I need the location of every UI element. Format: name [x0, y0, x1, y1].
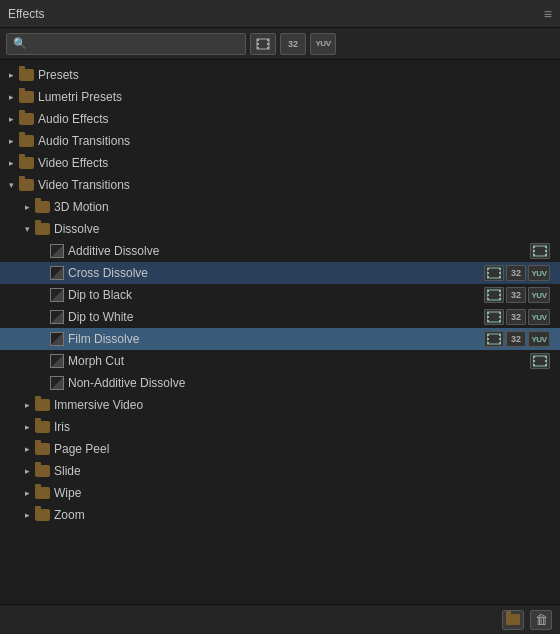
- svg-rect-58: [545, 356, 547, 358]
- tree-item-audio-transitions[interactable]: ▸Audio Transitions: [0, 130, 560, 152]
- new-folder-icon: [506, 614, 520, 625]
- transition-icon: [50, 376, 64, 390]
- svg-rect-39: [487, 320, 489, 322]
- tree-item-wipe[interactable]: ▸Wipe: [0, 482, 560, 504]
- svg-rect-38: [487, 316, 489, 318]
- item-badges: 32YUV: [482, 331, 550, 347]
- folder-icon: [34, 222, 50, 236]
- 32bit-label: 32: [288, 39, 298, 49]
- transition-icon: [50, 266, 64, 280]
- folder-icon: [18, 178, 34, 192]
- panel-header: Effects ≡: [0, 0, 560, 28]
- svg-rect-23: [499, 272, 501, 274]
- folder-icon: [18, 90, 34, 104]
- tree-item-film-dissolve[interactable]: ▸ Film Dissolve 32YUV: [0, 328, 560, 350]
- chevron-icon: ▸: [4, 90, 18, 104]
- svg-rect-15: [545, 254, 547, 256]
- chevron-icon: ▸: [4, 134, 18, 148]
- item-badges: 32YUV: [482, 309, 550, 325]
- item-label: Slide: [54, 464, 556, 478]
- search-box[interactable]: 🔍: [6, 33, 246, 55]
- tree-item-cross-dissolve[interactable]: ▸ Cross Dissolve 32YUV: [0, 262, 560, 284]
- svg-rect-2: [257, 43, 259, 45]
- tree-item-audio-effects[interactable]: ▸Audio Effects: [0, 108, 560, 130]
- svg-rect-41: [499, 316, 501, 318]
- yuv-button[interactable]: YUV: [310, 33, 336, 55]
- folder-icon: [34, 508, 50, 522]
- tree-item-dissolve[interactable]: ▾Dissolve: [0, 218, 560, 240]
- yuv-label: YUV: [316, 39, 331, 48]
- chevron-icon: ▸: [20, 508, 34, 522]
- item-label: Zoom: [54, 508, 556, 522]
- svg-rect-40: [499, 312, 501, 314]
- tree-item-iris[interactable]: ▸Iris: [0, 416, 560, 438]
- svg-rect-60: [545, 364, 547, 366]
- tree-item-dip-to-black[interactable]: ▸ Dip to Black 32YUV: [0, 284, 560, 306]
- tree-item-video-transitions[interactable]: ▾Video Transitions: [0, 174, 560, 196]
- item-label: Page Peel: [54, 442, 556, 456]
- item-label: Video Effects: [38, 156, 556, 170]
- item-label: Audio Effects: [38, 112, 556, 126]
- tree-item-dip-to-white[interactable]: ▸ Dip to White 32YUV: [0, 306, 560, 328]
- svg-rect-4: [267, 39, 269, 41]
- item-label: Dissolve: [54, 222, 556, 236]
- delete-icon: 🗑: [535, 612, 548, 627]
- delete-button[interactable]: 🗑: [530, 610, 552, 630]
- chevron-icon: ▸: [20, 464, 34, 478]
- transition-icon: [50, 354, 64, 368]
- chevron-icon: ▸: [4, 112, 18, 126]
- folder-icon: [34, 420, 50, 434]
- item-label: Lumetri Presets: [38, 90, 556, 104]
- tree-item-3d-motion[interactable]: ▸3D Motion: [0, 196, 560, 218]
- panel-menu-icon[interactable]: ≡: [544, 6, 552, 22]
- tree-item-non-additive-dissolve[interactable]: ▸ Non-Additive Dissolve: [0, 372, 560, 394]
- tree-item-video-effects[interactable]: ▸Video Effects: [0, 152, 560, 174]
- svg-rect-54: [533, 356, 547, 366]
- folder-icon: [18, 134, 34, 148]
- svg-rect-19: [487, 268, 489, 270]
- tree-item-immersive-video[interactable]: ▸Immersive Video: [0, 394, 560, 416]
- folder-icon: [34, 200, 50, 214]
- transition-icon: [50, 310, 64, 324]
- svg-rect-1: [257, 39, 259, 41]
- svg-rect-10: [533, 246, 535, 248]
- svg-rect-13: [545, 246, 547, 248]
- svg-rect-33: [499, 298, 501, 300]
- svg-rect-55: [533, 356, 535, 358]
- tree-item-lumetri[interactable]: ▸Lumetri Presets: [0, 86, 560, 108]
- item-label: Video Transitions: [38, 178, 556, 192]
- item-label: Dip to White: [68, 310, 478, 324]
- svg-rect-29: [487, 294, 489, 296]
- svg-rect-12: [533, 254, 535, 256]
- item-label: Cross Dissolve: [68, 266, 478, 280]
- tree-item-page-peel[interactable]: ▸Page Peel: [0, 438, 560, 460]
- chevron-icon: ▸: [20, 486, 34, 500]
- item-label: Dip to Black: [68, 288, 478, 302]
- folder-icon: [18, 112, 34, 126]
- tree-item-additive-dissolve[interactable]: ▸ Additive Dissolve: [0, 240, 560, 262]
- panel-footer: 🗑: [0, 604, 560, 634]
- tree-item-zoom[interactable]: ▸Zoom: [0, 504, 560, 526]
- chevron-icon: ▾: [4, 178, 18, 192]
- folder-icon: [18, 68, 34, 82]
- chevron-icon: ▸: [20, 420, 34, 434]
- item-label: Morph Cut: [68, 354, 524, 368]
- tree-item-morph-cut[interactable]: ▸ Morph Cut: [0, 350, 560, 372]
- tree-item-presets[interactable]: ▸Presets: [0, 64, 560, 86]
- 32bit-button[interactable]: 32: [280, 33, 306, 55]
- new-folder-button[interactable]: [502, 610, 524, 630]
- tree-item-slide[interactable]: ▸Slide: [0, 460, 560, 482]
- film-icon: [256, 37, 270, 51]
- panel-title: Effects: [8, 7, 44, 21]
- svg-rect-50: [499, 338, 501, 340]
- svg-rect-31: [499, 290, 501, 292]
- accelerated-effects-button[interactable]: [250, 33, 276, 55]
- svg-rect-3: [257, 47, 259, 49]
- chevron-icon: ▸: [20, 398, 34, 412]
- search-icon: 🔍: [13, 37, 27, 50]
- search-input[interactable]: [31, 38, 239, 50]
- item-label: Wipe: [54, 486, 556, 500]
- folder-icon: [34, 442, 50, 456]
- svg-rect-20: [487, 272, 489, 274]
- svg-rect-11: [533, 250, 535, 252]
